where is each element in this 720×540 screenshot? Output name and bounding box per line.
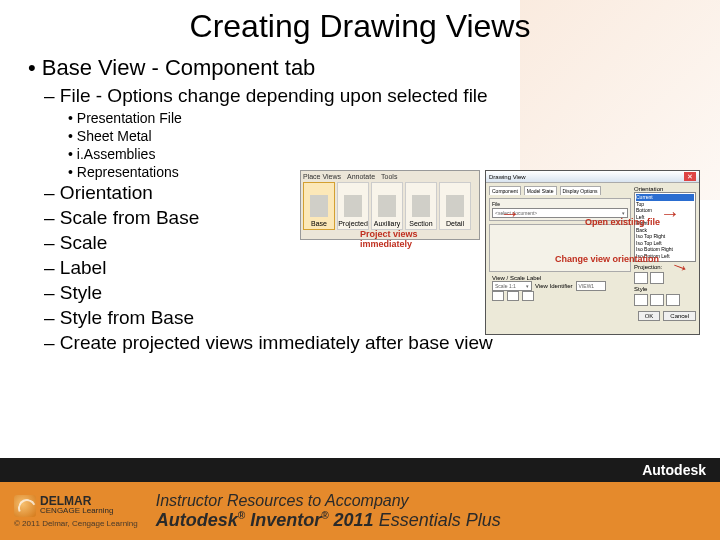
auxiliary-view-icon: [378, 195, 396, 217]
arrow-icon: →: [660, 202, 680, 225]
annotation-orientation: Change view orientation: [555, 255, 675, 265]
projected-view-icon: [344, 195, 362, 217]
autodesk-logo-text: Autodesk: [642, 462, 706, 478]
ribbon-tab[interactable]: Tools: [381, 173, 397, 180]
style-option[interactable]: [650, 294, 664, 306]
bullet-lvl3: Presentation File: [68, 110, 700, 126]
drawing-view-dialog: Drawing View ✕ Component Model State Dis…: [485, 170, 700, 335]
ribbon-button-base[interactable]: Base: [303, 182, 335, 230]
ok-button[interactable]: OK: [638, 311, 661, 321]
close-icon[interactable]: ✕: [684, 172, 696, 181]
tab-model-state[interactable]: Model State: [524, 186, 557, 195]
ribbon-button-projected[interactable]: Projected: [337, 182, 369, 230]
delmar-logo-text: DELMARCENGAGE Learning: [40, 496, 113, 515]
dialog-titlebar: Drawing View ✕: [486, 171, 699, 183]
annotation-project-views: Project views immediately: [360, 230, 440, 250]
toggle-icon[interactable]: [522, 291, 534, 301]
ribbon-button-detail[interactable]: Detail: [439, 182, 471, 230]
toggle-icon[interactable]: [507, 291, 519, 301]
copyright-text: © 2011 Delmar, Cengage Learning: [14, 519, 138, 528]
tab-display-options[interactable]: Display Options: [560, 186, 601, 195]
footer-brand-bar: Autodesk: [0, 458, 720, 482]
scale-select[interactable]: Scale 1:1▾: [492, 281, 532, 291]
ribbon-button-auxiliary[interactable]: Auxiliary: [371, 182, 403, 230]
arrow-icon: →: [500, 202, 520, 225]
slide-title: Creating Drawing Views: [20, 8, 700, 45]
bullet-lvl3: i.Assemblies: [68, 146, 700, 162]
view-id-label: View Identifier: [535, 283, 573, 289]
ribbon-button-section[interactable]: Section: [405, 182, 437, 230]
tab-component[interactable]: Component: [489, 186, 521, 195]
delmar-logo-icon: [14, 495, 36, 517]
style-option[interactable]: [634, 294, 648, 306]
publisher-block: DELMARCENGAGE Learning © 2011 Delmar, Ce…: [14, 495, 138, 528]
chevron-down-icon: ▾: [622, 210, 625, 216]
projection-option[interactable]: [634, 272, 648, 284]
toggle-icon[interactable]: [492, 291, 504, 301]
projection-option[interactable]: [650, 272, 664, 284]
book-title: Instructor Resources to Accompany Autode…: [156, 492, 501, 531]
style-label: Style: [634, 286, 696, 292]
dialog-title-text: Drawing View: [489, 174, 526, 180]
style-option[interactable]: [666, 294, 680, 306]
embedded-screenshot: Place Views Annotate Tools Base Projecte…: [300, 170, 700, 340]
bullet-lvl3: Sheet Metal: [68, 128, 700, 144]
base-view-icon: [310, 195, 328, 217]
detail-view-icon: [446, 195, 464, 217]
footer: Autodesk DELMARCENGAGE Learning © 2011 D…: [0, 458, 720, 540]
footer-title-bar: DELMARCENGAGE Learning © 2011 Delmar, Ce…: [0, 482, 720, 540]
ribbon-tab[interactable]: Annotate: [347, 173, 375, 180]
chevron-down-icon: ▾: [526, 283, 529, 289]
bullet-lvl2-file: File - Options change depending upon sel…: [44, 85, 700, 107]
view-id-input[interactable]: VIEW1: [576, 281, 606, 291]
cancel-button[interactable]: Cancel: [663, 311, 696, 321]
ribbon-tab[interactable]: Place Views: [303, 173, 341, 180]
bullet-lvl1: Base View - Component tab: [28, 55, 700, 81]
section-view-icon: [412, 195, 430, 217]
